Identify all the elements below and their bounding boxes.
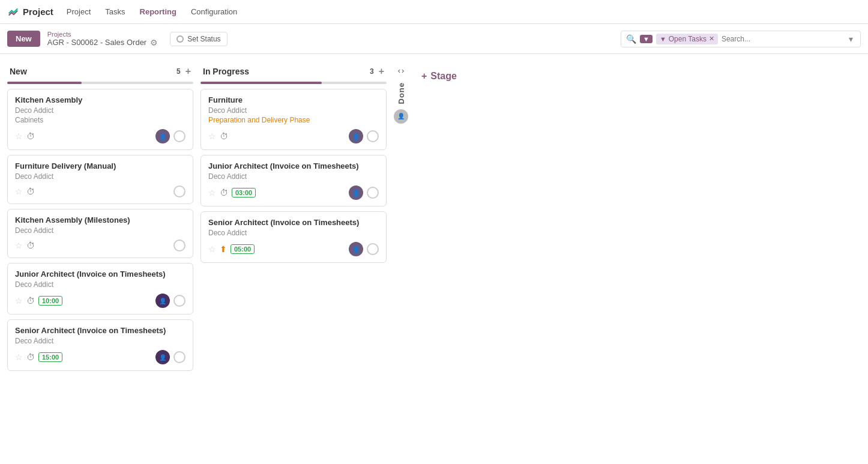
open-tasks-filter[interactable]: ▼ Open Tasks ✕ <box>656 34 718 44</box>
card-senior-architect-inprogress[interactable]: Senior Architect (Invoice on Timesheets)… <box>200 211 387 263</box>
breadcrumb-projects[interactable]: Projects <box>47 31 158 38</box>
toolbar-right: 🔍 ▼ ▼ Open Tasks ✕ ▾ <box>621 31 861 47</box>
star-icon[interactable]: ☆ <box>15 352 23 362</box>
star-icon[interactable]: ☆ <box>15 241 23 250</box>
card-senior-architect-new[interactable]: Senior Architect (Invoice on Timesheets)… <box>7 319 193 371</box>
card-kitchen-assembly[interactable]: Kitchen Assembly Deco Addict Cabinets ☆ … <box>7 89 193 150</box>
col-new-title: New <box>10 67 27 76</box>
app-title: Project <box>23 7 53 17</box>
status-circle[interactable] <box>173 351 185 363</box>
status-circle[interactable] <box>173 295 185 307</box>
status-circle[interactable] <box>367 243 379 255</box>
breadcrumb-main: AGR - S00062 - Sales Order ⚙ <box>47 38 158 47</box>
upload-icon[interactable]: ⬆ <box>220 244 227 254</box>
card-title: Junior Architect (Invoice on Timesheets) <box>15 270 185 279</box>
card-junior-architect-new[interactable]: Junior Architect (Invoice on Timesheets)… <box>7 263 193 315</box>
card-footer: ☆ ⏱ 15:00 👤 <box>15 350 185 364</box>
clock-icon[interactable]: ⏱ <box>26 296 35 306</box>
status-circle-icon <box>176 35 184 43</box>
card-furniture-delivery-manual[interactable]: Furniture Delivery (Manual) Deco Addict … <box>7 155 193 204</box>
star-icon[interactable]: ☆ <box>208 188 216 197</box>
clock-icon[interactable]: ⏱ <box>26 241 35 250</box>
column-new: New 5 + Kitchen Assembly Deco Addict Cab… <box>7 61 193 376</box>
card-footer: ☆ ⏱ 10:00 👤 <box>15 294 185 308</box>
card-subtitle: Deco Addict <box>15 106 185 115</box>
avatar: 👤 <box>155 350 170 364</box>
filter-icon: ▼ <box>640 35 653 43</box>
time-badge: 03:00 <box>232 188 256 197</box>
toolbar: New Projects AGR - S00062 - Sales Order … <box>0 24 868 54</box>
column-done[interactable]: ‹› Done 👤 <box>394 61 408 124</box>
col-inprogress-progress-bar <box>200 82 387 84</box>
col-new-header: New 5 + <box>7 61 193 82</box>
add-stage-button[interactable]: + Stage <box>415 67 463 85</box>
status-circle[interactable] <box>173 130 185 142</box>
card-subtitle: Deco Addict <box>208 229 379 237</box>
clock-icon[interactable]: ⏱ <box>26 187 35 196</box>
search-dropdown-icon[interactable]: ▾ <box>846 33 855 45</box>
clock-icon[interactable]: ⏱ <box>26 131 35 141</box>
star-icon[interactable]: ☆ <box>15 131 23 141</box>
card-footer: ☆ ⏱ 03:00 👤 <box>208 185 379 200</box>
card-title: Kitchen Assembly (Milestones) <box>15 215 185 224</box>
breadcrumb: Projects AGR - S00062 - Sales Order ⚙ <box>47 31 158 47</box>
avatar: 👤 <box>349 185 363 200</box>
nav-projects[interactable]: Project <box>61 4 97 20</box>
star-icon[interactable]: ☆ <box>15 187 23 196</box>
col-new-add-icon[interactable]: + <box>185 66 191 77</box>
card-subtitle: Deco Addict <box>15 226 185 235</box>
filter-label: Open Tasks <box>669 35 707 43</box>
settings-gear-icon[interactable]: ⚙ <box>150 38 158 47</box>
card-kitchen-assembly-milestones[interactable]: Kitchen Assembly (Milestones) Deco Addic… <box>7 209 193 258</box>
star-icon[interactable]: ☆ <box>208 244 216 254</box>
card-title: Junior Architect (Invoice on Timesheets) <box>208 161 379 170</box>
nav-reporting[interactable]: Reporting <box>134 4 182 20</box>
card-footer: ☆ ⏱ 👤 <box>208 129 379 143</box>
time-badge: 15:00 <box>38 352 62 362</box>
card-subtitle: Deco Addict <box>15 280 185 289</box>
status-circle[interactable] <box>173 185 185 197</box>
new-button[interactable]: New <box>7 31 40 47</box>
card-footer: ☆ ⏱ <box>15 185 185 197</box>
card-title: Furniture <box>208 95 379 104</box>
status-circle[interactable] <box>173 240 185 252</box>
col-inprogress-progress-fill <box>200 82 322 84</box>
card-furniture[interactable]: Furniture Deco Addict Preparation and De… <box>200 89 387 150</box>
remove-filter-icon[interactable]: ✕ <box>709 35 714 43</box>
card-subtitle: Deco Addict <box>15 172 185 181</box>
avatar: 👤 <box>155 129 170 143</box>
col-new-progress-fill <box>7 82 82 84</box>
app-logo: Project <box>7 6 53 18</box>
clock-icon[interactable]: ⏱ <box>220 131 228 141</box>
card-title: Kitchen Assembly <box>15 95 185 104</box>
col-inprogress-title: In Progress <box>203 67 249 76</box>
card-subtitle: Deco Addict <box>208 106 379 115</box>
col-inprogress-header: In Progress 3 + <box>200 61 387 82</box>
star-icon[interactable]: ☆ <box>15 296 23 306</box>
card-subtitle: Deco Addict <box>208 172 379 181</box>
time-badge: 05:00 <box>231 244 255 254</box>
breadcrumb-title: AGR - S00062 - Sales Order <box>47 38 146 47</box>
clock-icon[interactable]: ⏱ <box>220 188 228 197</box>
search-icon: 🔍 <box>626 34 636 44</box>
avatar: 👤 <box>155 294 170 308</box>
nav-tasks[interactable]: Tasks <box>99 4 131 20</box>
search-bar: 🔍 ▼ ▼ Open Tasks ✕ ▾ <box>621 31 861 47</box>
status-circle[interactable] <box>367 130 379 142</box>
card-junior-architect-inprogress[interactable]: Junior Architect (Invoice on Timesheets)… <box>200 155 387 206</box>
search-input[interactable] <box>722 35 843 43</box>
star-icon[interactable]: ☆ <box>208 131 216 141</box>
col-inprogress-add-icon[interactable]: + <box>379 66 384 77</box>
col-inprogress-count: 3 <box>370 67 374 76</box>
add-stage-plus-icon: + <box>421 71 427 82</box>
done-arrows-icon: ‹› <box>398 66 405 75</box>
set-status-button[interactable]: Set Status <box>170 32 227 46</box>
kanban-columns: New 5 + Kitchen Assembly Deco Addict Cab… <box>0 54 868 464</box>
clock-icon[interactable]: ⏱ <box>26 352 35 362</box>
top-nav: Project Project Tasks Reporting Configur… <box>0 0 868 24</box>
status-circle[interactable] <box>367 187 379 199</box>
nav-configuration[interactable]: Configuration <box>185 4 243 20</box>
card-tag: Cabinets <box>15 116 185 124</box>
stage-column: + Stage <box>415 61 861 85</box>
card-footer: ☆ ⬆ 05:00 👤 <box>208 242 379 256</box>
